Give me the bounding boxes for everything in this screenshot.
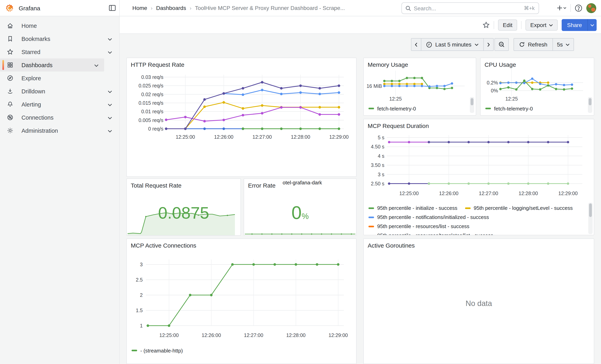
- export-button[interactable]: Export: [525, 20, 558, 31]
- bell-icon: [7, 101, 13, 108]
- sidebar-item-label: Administration: [21, 127, 108, 134]
- svg-text:12:28:00: 12:28:00: [291, 134, 310, 140]
- sidebar-item-home[interactable]: Home: [0, 19, 118, 32]
- chevron-down-icon[interactable]: [94, 61, 99, 69]
- zoom-out-button[interactable]: [494, 38, 509, 51]
- svg-text:12:27:00: 12:27:00: [479, 191, 498, 196]
- breadcrumb: Home › Dashboards › ToolHive MCP Server …: [132, 5, 345, 11]
- chevron-down-icon[interactable]: [108, 101, 112, 108]
- svg-text:0%: 0%: [491, 88, 498, 93]
- user-avatar[interactable]: [586, 3, 596, 13]
- connections-icon: [7, 114, 13, 121]
- refresh-interval-dropdown[interactable]: 5s: [553, 38, 574, 51]
- sidebar-item-bookmarks[interactable]: Bookmarks: [0, 32, 118, 45]
- sidebar-item-dashboards[interactable]: Dashboards: [0, 59, 104, 71]
- time-back-button[interactable]: [411, 38, 421, 51]
- legend-item[interactable]: fetch-telemetry-0: [485, 106, 533, 111]
- sidebar-item-label: Connections: [21, 114, 108, 121]
- duration-legend: 95th percentile - initialize - success95…: [369, 204, 585, 235]
- time-forward-button[interactable]: [484, 38, 494, 51]
- panel-mcp-request-duration: MCP Request Duration 2.50 s3 s3.50 s4 s4…: [363, 119, 594, 235]
- svg-text:16 MiB: 16 MiB: [367, 83, 382, 89]
- legend-scrollbar[interactable]: [589, 98, 591, 105]
- legend-scrollbar[interactable]: [471, 98, 473, 105]
- time-range-picker[interactable]: Last 5 minutes: [421, 38, 484, 51]
- sidebar-item-administration[interactable]: Administration: [0, 124, 118, 137]
- svg-text:12:27:00: 12:27:00: [252, 134, 272, 140]
- share-button[interactable]: Share: [561, 19, 588, 31]
- sidebar-menu: HomeBookmarksStarredDashboardsExploreDri…: [0, 19, 119, 137]
- svg-text:12:26:00: 12:26:00: [202, 332, 221, 338]
- svg-text:12:28:00: 12:28:00: [519, 191, 538, 196]
- connections-legend: - (streamable-http): [131, 345, 347, 357]
- share-menu-caret[interactable]: [588, 19, 597, 31]
- sidebar-item-connections[interactable]: Connections: [0, 111, 118, 124]
- drilldown-icon: [7, 88, 13, 95]
- star-dashboard-icon[interactable]: [482, 21, 490, 29]
- export-label: Export: [530, 22, 546, 28]
- edit-button[interactable]: Edit: [498, 20, 517, 31]
- panel-title[interactable]: MCP Request Duration: [368, 122, 429, 129]
- breadcrumb-dashboards[interactable]: Dashboards: [156, 5, 186, 11]
- legend-scrollbar[interactable]: [589, 204, 592, 217]
- chevron-down-icon[interactable]: [108, 48, 112, 55]
- help-icon[interactable]: [575, 4, 582, 12]
- svg-text:12:25: 12:25: [389, 96, 402, 101]
- sidebar-item-alerting[interactable]: Alerting: [0, 98, 118, 111]
- legend-item[interactable]: 95th percentile - logging/setLevel - suc…: [465, 205, 573, 211]
- chevron-down-icon[interactable]: [108, 88, 112, 95]
- add-button[interactable]: [557, 5, 566, 11]
- chevron-down-icon[interactable]: [108, 35, 112, 42]
- panel-title[interactable]: Total Request Rate: [131, 182, 181, 189]
- series-color-chip: [369, 216, 374, 218]
- chevron-down-icon[interactable]: [108, 127, 112, 134]
- legend-item[interactable]: 95th percentile - notifications/initiali…: [369, 214, 489, 220]
- svg-text:12:25: 12:25: [505, 96, 518, 101]
- svg-text:12:29:00: 12:29:00: [329, 332, 348, 338]
- svg-text:12:28:00: 12:28:00: [286, 332, 305, 338]
- svg-text:0 req/s: 0 req/s: [148, 126, 163, 132]
- memory-legend: fetch-telemetry-0: [369, 104, 467, 114]
- svg-text:1: 1: [140, 323, 143, 328]
- panel-title[interactable]: MCP Active Connections: [131, 242, 196, 249]
- breadcrumb-current: ToolHive MCP Server & Proxy Runner Dashb…: [195, 5, 345, 11]
- svg-text:0.005 req/s: 0.005 req/s: [139, 118, 163, 123]
- sidebar-toggle-icon[interactable]: [109, 5, 116, 11]
- legend-label: 95th percentile - notifications/initiali…: [377, 214, 489, 220]
- legend-item[interactable]: - (streamable-http): [131, 347, 183, 354]
- stat-value: 0.0875: [127, 204, 240, 223]
- svg-text:0.02 req/s: 0.02 req/s: [141, 92, 163, 97]
- legend-item[interactable]: 95th percentile - resources/list - succe…: [369, 223, 470, 229]
- sidebar-item-label: Drilldown: [21, 88, 108, 94]
- series-color-chip: [369, 226, 374, 227]
- panel-title[interactable]: HTTP Request Rate: [131, 61, 184, 68]
- cpu-legend: fetch-telemetry-0: [485, 104, 585, 114]
- panel-title[interactable]: Memory Usage: [368, 61, 408, 68]
- error-unit: %: [302, 212, 309, 221]
- gear-icon: [7, 127, 13, 134]
- chevron-down-icon[interactable]: [108, 114, 112, 121]
- panel-error-rate: Error Rate 0%: [244, 178, 357, 236]
- panel-active-goroutines: Active Goroutines No data: [363, 238, 594, 364]
- refresh-button[interactable]: Refresh: [513, 38, 553, 51]
- panel-title[interactable]: CPU Usage: [485, 61, 516, 68]
- legend-item[interactable]: 95th percentile - initialize - success: [369, 205, 457, 211]
- grafana-logo-icon[interactable]: [6, 4, 14, 12]
- legend-item[interactable]: fetch-telemetry-0: [369, 106, 416, 111]
- panel-total-request-rate: Total Request Rate 0.0875: [126, 178, 241, 236]
- panel-title[interactable]: Active Goroutines: [368, 242, 415, 249]
- sidebar-item-starred[interactable]: Starred: [0, 45, 118, 59]
- breadcrumb-home[interactable]: Home: [132, 5, 147, 11]
- legend-item[interactable]: 95th percentile - resources/templates/li…: [369, 232, 493, 235]
- panel-mcp-active-connections: MCP Active Connections 11.522.5312:25:00…: [126, 238, 357, 364]
- dashboards-grid-icon: [7, 62, 13, 68]
- sidebar-item-label: Explore: [21, 75, 118, 81]
- sidebar-item-drilldown[interactable]: Drilldown: [0, 85, 118, 98]
- sidebar-item-explore[interactable]: Explore: [0, 71, 118, 85]
- sidebar-item-label: Alerting: [21, 101, 108, 108]
- search-input[interactable]: Search... ⌘+k: [401, 2, 539, 14]
- svg-text:12:26:00: 12:26:00: [439, 191, 458, 196]
- svg-text:0.015 req/s: 0.015 req/s: [139, 100, 163, 106]
- datasource-tooltip: otel-grafana-dark: [283, 180, 322, 186]
- panel-title[interactable]: Error Rate: [248, 182, 275, 189]
